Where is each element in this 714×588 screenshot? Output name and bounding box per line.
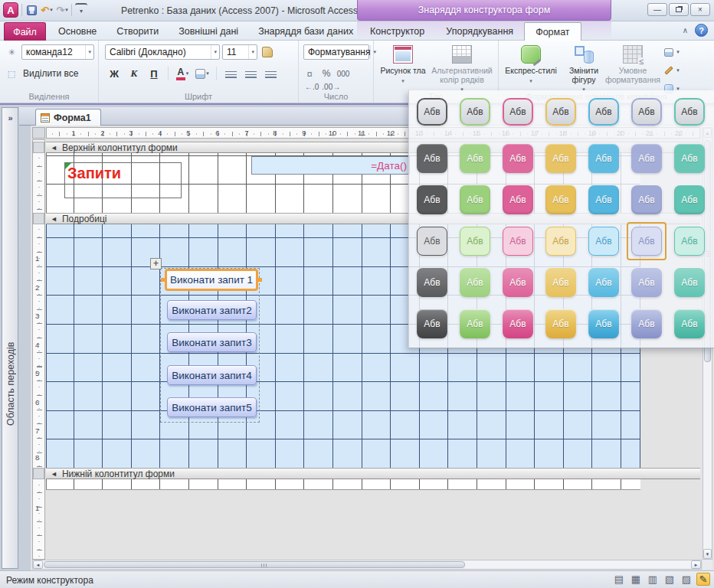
move-handle[interactable]: + bbox=[150, 258, 162, 270]
style-swatch-green[interactable]: Абв bbox=[460, 268, 490, 297]
style-swatch-teal[interactable]: Абв bbox=[674, 309, 705, 338]
form-footer-area[interactable] bbox=[46, 479, 640, 490]
font-name-combobox[interactable]: Calibri (Докладно) ▾ bbox=[105, 44, 220, 60]
bold-button[interactable]: Ж bbox=[106, 66, 122, 81]
minimize-button[interactable]: — bbox=[647, 3, 667, 16]
ribbon-tab[interactable]: Конструктор bbox=[359, 22, 435, 41]
style-swatch-green[interactable]: Абв bbox=[460, 185, 490, 214]
increase-decimals-button[interactable]: ←.0 bbox=[305, 83, 319, 91]
undo-button[interactable]: ↶▾ bbox=[41, 3, 53, 17]
font-color-button[interactable]: A ▾ bbox=[175, 66, 190, 81]
tab-form1[interactable]: Форма1 bbox=[35, 109, 101, 126]
style-swatch-gold[interactable]: Абв bbox=[545, 185, 576, 214]
style-swatch-dark[interactable]: Абв bbox=[417, 227, 447, 256]
ribbon-tab[interactable]: Основне bbox=[48, 22, 106, 41]
date-expression-textbox[interactable]: =Дата() bbox=[251, 156, 410, 175]
tab-file[interactable]: Файл bbox=[4, 22, 46, 41]
scroll-left-button[interactable]: ◄ bbox=[33, 560, 43, 569]
form-command-button[interactable]: Виконати запит5 bbox=[167, 397, 257, 417]
align-left-button[interactable] bbox=[223, 66, 238, 81]
view-button-pivotchart[interactable]: ▧ bbox=[663, 573, 676, 586]
nav-pane-title[interactable]: Область переходів bbox=[2, 299, 19, 468]
view-button-datasheet[interactable]: ▦ bbox=[629, 573, 643, 586]
style-swatch-blue[interactable]: Абв bbox=[588, 309, 619, 338]
style-swatch-dark[interactable]: Абв bbox=[417, 309, 447, 338]
style-swatch-pink[interactable]: Абв bbox=[503, 185, 533, 214]
comma-format-button[interactable]: 000 bbox=[336, 66, 351, 81]
align-center-button[interactable] bbox=[243, 66, 258, 81]
view-button-design[interactable]: ✎ bbox=[696, 573, 710, 586]
style-swatch-lavender[interactable]: Абв bbox=[631, 185, 662, 214]
ribbon-tab[interactable]: Упорядкування bbox=[435, 22, 524, 41]
style-swatch-pink[interactable]: Абв bbox=[503, 227, 533, 256]
restore-button[interactable] bbox=[669, 3, 689, 16]
style-swatch-green[interactable]: Абв bbox=[460, 227, 490, 256]
style-swatch-blue[interactable]: Абв bbox=[588, 227, 619, 256]
view-button-form[interactable]: ▤ bbox=[612, 573, 626, 586]
decrease-decimals-button[interactable]: .00→ bbox=[322, 83, 340, 91]
scroll-right-button[interactable]: ► bbox=[691, 560, 701, 569]
style-swatch-pink[interactable]: Абв bbox=[503, 268, 533, 297]
horizontal-scrollbar-thumb[interactable] bbox=[44, 561, 465, 568]
style-swatch-pink[interactable]: Абв bbox=[503, 309, 533, 338]
style-swatch-gold[interactable]: Абв bbox=[545, 144, 576, 173]
horizontal-scrollbar[interactable]: ◄ ► bbox=[32, 560, 702, 570]
style-swatch-lavender[interactable]: Абв bbox=[631, 98, 662, 126]
style-swatch-dark[interactable]: Абв bbox=[417, 98, 447, 126]
qat-customize-button[interactable]: ▾ bbox=[75, 3, 87, 17]
style-swatch-blue[interactable]: Абв bbox=[588, 98, 619, 126]
style-swatch-teal[interactable]: Абв bbox=[674, 185, 705, 214]
style-swatch-blue[interactable]: Абв bbox=[588, 185, 619, 214]
expand-nav-pane-button[interactable]: » bbox=[5, 112, 16, 124]
select-all-button[interactable]: Виділити все bbox=[23, 68, 79, 79]
style-swatch-teal[interactable]: Абв bbox=[674, 227, 705, 256]
selection-combobox[interactable]: команда12 ▾ bbox=[21, 44, 94, 60]
style-swatch-blue[interactable]: Абв bbox=[588, 268, 619, 297]
style-swatch-gold[interactable]: Абв bbox=[545, 309, 576, 338]
underline-button[interactable]: П bbox=[146, 66, 162, 81]
font-size-combobox[interactable]: 11 ▾ bbox=[222, 44, 257, 60]
style-swatch-green[interactable]: Абв bbox=[460, 144, 490, 173]
redo-button[interactable]: ↷▾ bbox=[56, 3, 68, 17]
style-swatch-green[interactable]: Абв bbox=[460, 98, 490, 126]
form-command-button[interactable]: Виконати запит4 bbox=[167, 365, 257, 385]
style-swatch-gold[interactable]: Абв bbox=[545, 268, 576, 297]
ribbon-tab[interactable]: Знаряддя бази даних bbox=[248, 22, 363, 41]
italic-button[interactable]: К bbox=[126, 66, 142, 81]
style-swatch-teal[interactable]: Абв bbox=[674, 268, 705, 297]
form-title-label[interactable]: Запити bbox=[64, 162, 182, 198]
style-swatch-gold[interactable]: Абв bbox=[545, 98, 576, 126]
ribbon-tab[interactable]: Створити bbox=[106, 22, 169, 41]
style-swatch-dark[interactable]: Абв bbox=[417, 144, 447, 173]
section-bar-form-footer[interactable]: ◄ Нижній колонтитул форми bbox=[46, 468, 700, 479]
style-swatch-dark[interactable]: Абв bbox=[417, 268, 447, 297]
select-object-icon[interactable]: ✳ bbox=[4, 44, 19, 60]
close-button[interactable]: × bbox=[690, 3, 710, 16]
style-swatch-green[interactable]: Абв bbox=[460, 309, 490, 338]
style-swatch-lavender[interactable]: Абв bbox=[631, 309, 662, 338]
number-format-combobox[interactable]: Форматування ▾ bbox=[303, 44, 369, 60]
style-swatch-lavender[interactable]: Абв bbox=[631, 144, 662, 173]
collapse-ribbon-icon[interactable]: ∧ bbox=[683, 26, 688, 34]
format-painter-button[interactable] bbox=[260, 44, 275, 60]
percent-format-button[interactable]: % bbox=[319, 66, 334, 81]
scroll-down-button[interactable]: ▼ bbox=[703, 549, 712, 559]
form-command-button[interactable]: Виконати запит2 bbox=[167, 300, 257, 320]
style-swatch-teal[interactable]: Абв bbox=[674, 144, 705, 173]
navigation-pane-collapsed[interactable]: » Область переходів bbox=[2, 107, 18, 569]
access-logo-icon[interactable]: A bbox=[3, 2, 18, 18]
style-swatch-lavender[interactable]: Абв bbox=[631, 268, 662, 297]
shape-outline-button[interactable]: ▾ bbox=[660, 62, 684, 79]
currency-format-button[interactable]: ¤ bbox=[302, 66, 317, 81]
view-button-layout[interactable]: ▨ bbox=[680, 573, 693, 586]
style-swatch-pink[interactable]: Абв bbox=[503, 144, 533, 173]
style-swatch-dark[interactable]: Абв bbox=[417, 185, 447, 214]
style-swatch-teal[interactable]: Абв bbox=[674, 98, 705, 126]
ribbon-tab[interactable]: Зовнішні дані bbox=[169, 22, 248, 41]
ruler-corner-box[interactable] bbox=[32, 127, 45, 139]
view-button-pivottable[interactable]: ▥ bbox=[646, 573, 660, 586]
style-swatch-pink[interactable]: Абв bbox=[503, 98, 533, 126]
shape-fill-button[interactable]: ▾ bbox=[660, 44, 684, 60]
style-swatch-blue[interactable]: Абв bbox=[588, 144, 619, 173]
form-command-button[interactable]: Виконати запит3 bbox=[167, 332, 257, 352]
